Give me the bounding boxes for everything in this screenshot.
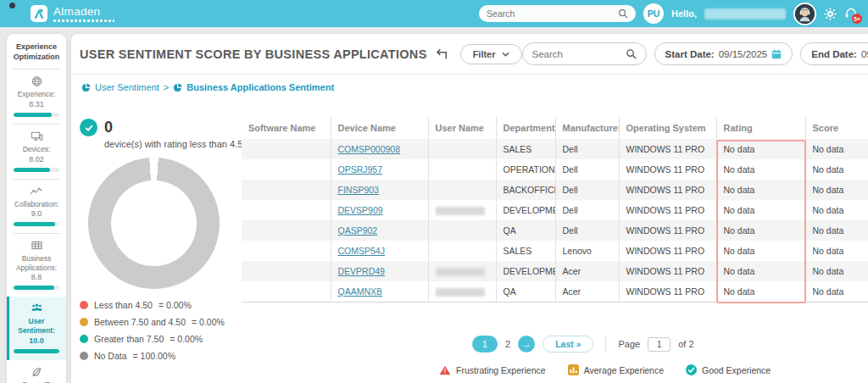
- device-link[interactable]: QAAMNXB: [338, 286, 383, 297]
- table-row[interactable]: COMSP54J SALES Lenovo WINDOWS 11 PRO No …: [242, 241, 868, 261]
- cell-operating-system: WINDOWS 11 PRO: [619, 261, 716, 281]
- device-link[interactable]: COMSP000908: [338, 144, 401, 154]
- sidebar-item-devices[interactable]: Devices: 8.02: [7, 125, 66, 179]
- cell-user-name: [428, 261, 496, 281]
- rating-donut-chart: [88, 158, 220, 289]
- breadcrumb-current: Business Applications Sentiment: [186, 82, 334, 92]
- sidebar-item-label: Experience:: [11, 90, 62, 99]
- device-link[interactable]: FINSP903: [338, 185, 379, 195]
- table-header-row: Software Name Device Name User Name Depa…: [242, 117, 868, 139]
- start-date-picker[interactable]: Start Date: 09/15/2025: [654, 42, 793, 65]
- global-search-input[interactable]: [487, 8, 618, 19]
- legend-average: Average Experience: [568, 364, 664, 375]
- device-link[interactable]: QASP902: [338, 225, 378, 236]
- user-initials-badge[interactable]: PU: [643, 3, 664, 24]
- cell-rating: No data: [716, 220, 805, 241]
- progress-fill: [14, 113, 52, 117]
- table-row[interactable]: DEVSP909 DEVELOPMENT Dell WINDOWS 11 PRO…: [242, 200, 868, 220]
- table-row[interactable]: QASP902 QA Dell WINDOWS 11 PRO No data N…: [242, 220, 868, 241]
- column-header[interactable]: Rating: [716, 117, 805, 139]
- legend-value: = 0.00%: [159, 300, 192, 310]
- sidebar-item-collaboration[interactable]: Collaboration: 9.0: [7, 180, 66, 234]
- progress-track: [14, 222, 59, 226]
- column-header[interactable]: Department: [496, 117, 555, 139]
- gear-icon[interactable]: [824, 8, 837, 20]
- legend-label: Greater than 7.50: [94, 334, 164, 344]
- sidebar-item-value: 8.02: [11, 155, 62, 164]
- progress-track: [14, 286, 59, 290]
- legend-item: Between 7.50 and 4.50 = 0.00%: [80, 317, 225, 327]
- sidebar-item-green-it[interactable]: Green IT: 6.5: [7, 360, 66, 383]
- cell-score: No data: [805, 200, 868, 220]
- page-2-button[interactable]: 2: [505, 339, 510, 349]
- sidebar-item-user-sentiment[interactable]: User Sentiment: 10.0: [7, 297, 66, 359]
- sidebar: Experience Optimization Experience: 8.31…: [7, 34, 66, 383]
- table-row[interactable]: OPSRJ957 OPERATION Dell WINDOWS 11 PRO N…: [242, 159, 868, 180]
- cell-department: BACKOFFICE: [496, 180, 555, 200]
- cell-software-name: [242, 220, 331, 241]
- last-page-button[interactable]: Last »: [542, 336, 593, 352]
- device-link[interactable]: COMSP54J: [338, 246, 385, 256]
- legend-dot: [80, 318, 88, 326]
- legend-dot: [80, 352, 88, 360]
- cell-manufacturer: Acer: [555, 261, 619, 281]
- legend-label: Average Experience: [584, 365, 664, 375]
- table-row[interactable]: DEVPRD49 DEVELOPMENT Acer WINDOWS 11 PRO…: [242, 261, 868, 281]
- user-name-redacted: [704, 8, 786, 19]
- page-number-input[interactable]: [648, 337, 670, 352]
- headset-notifications[interactable]: 5+: [844, 7, 858, 20]
- topbar-right-group: PU Hello, 5+: [479, 3, 858, 25]
- divider: [605, 336, 606, 352]
- column-header[interactable]: Software Name: [242, 117, 331, 139]
- device-link[interactable]: OPSRJ957: [338, 164, 383, 175]
- page-1-button[interactable]: 1: [472, 336, 498, 352]
- cell-software-name: [242, 139, 331, 159]
- chevron-down-icon: [502, 52, 509, 57]
- filter-button[interactable]: Filter: [460, 44, 522, 64]
- sidebar-item-business-applications[interactable]: Business Applications: 8.8: [7, 234, 66, 297]
- logo-tagline: [53, 19, 114, 22]
- summary-block: 0 device(s) with rating less than 4.50: [80, 119, 262, 149]
- table-search[interactable]: [522, 42, 647, 65]
- breadcrumb-parent[interactable]: User Sentiment: [95, 82, 159, 92]
- column-header[interactable]: User Name: [428, 117, 496, 139]
- avatar[interactable]: [793, 3, 816, 25]
- back-icon[interactable]: [436, 47, 450, 60]
- table-search-input[interactable]: [532, 49, 626, 59]
- device-link[interactable]: DEVSP909: [338, 205, 383, 215]
- breadcrumb-separator: >: [164, 82, 169, 92]
- user-name-redacted: [436, 268, 485, 276]
- end-date-value: 09/22/2025: [861, 49, 868, 59]
- sidebar-item-experience[interactable]: Experience: 8.31: [7, 69, 66, 124]
- search-icon: [626, 48, 637, 59]
- cell-operating-system: WINDOWS 11 PRO: [619, 139, 716, 159]
- legend-item: No Data = 100.00%: [80, 351, 225, 361]
- table-row[interactable]: QAAMNXB QA Acer WINDOWS 11 PRO No data N…: [242, 281, 868, 302]
- global-search[interactable]: [479, 5, 636, 22]
- table-body: COMSP000908 SALES Dell WINDOWS 11 PRO No…: [242, 139, 868, 302]
- cell-department: DEVELOPMENT: [496, 261, 555, 281]
- device-link[interactable]: DEVPRD49: [338, 266, 385, 276]
- breadcrumb: User Sentiment > Business Applications S…: [71, 75, 868, 100]
- main-panel: USER SENTIMENT SCORE BY BUSINESS APPLICA…: [71, 34, 868, 383]
- pie-chart-icon: [173, 83, 182, 92]
- end-date-picker[interactable]: End Date: 09/22/2025: [800, 42, 868, 65]
- toolbar-right-group: Start Date: 09/15/2025 End Date: 09/22/2…: [522, 42, 868, 65]
- table-row[interactable]: COMSP000908 SALES Dell WINDOWS 11 PRO No…: [242, 139, 868, 159]
- column-header[interactable]: Manufacturer: [555, 117, 619, 139]
- cell-department: SALES: [496, 139, 555, 159]
- progress-track: [14, 168, 59, 172]
- cell-manufacturer: Lenovo: [555, 241, 619, 261]
- calendar-icon: [771, 49, 782, 59]
- sidebar-item-value: 10.0: [11, 336, 62, 345]
- column-header[interactable]: Operating System: [619, 117, 716, 139]
- column-header[interactable]: Score: [805, 117, 868, 139]
- cell-rating: No data: [716, 159, 805, 180]
- almaden-logo-icon: [31, 5, 47, 22]
- table-row[interactable]: FINSP903 BACKOFFICE Dell WINDOWS 11 PRO …: [242, 180, 868, 200]
- column-header[interactable]: Device Name: [331, 117, 428, 139]
- progress-track: [14, 113, 59, 117]
- next-page-button[interactable]: →: [518, 336, 535, 352]
- legend-label: Frustrating Experience: [456, 365, 546, 375]
- app-logo[interactable]: Almaden: [31, 5, 114, 22]
